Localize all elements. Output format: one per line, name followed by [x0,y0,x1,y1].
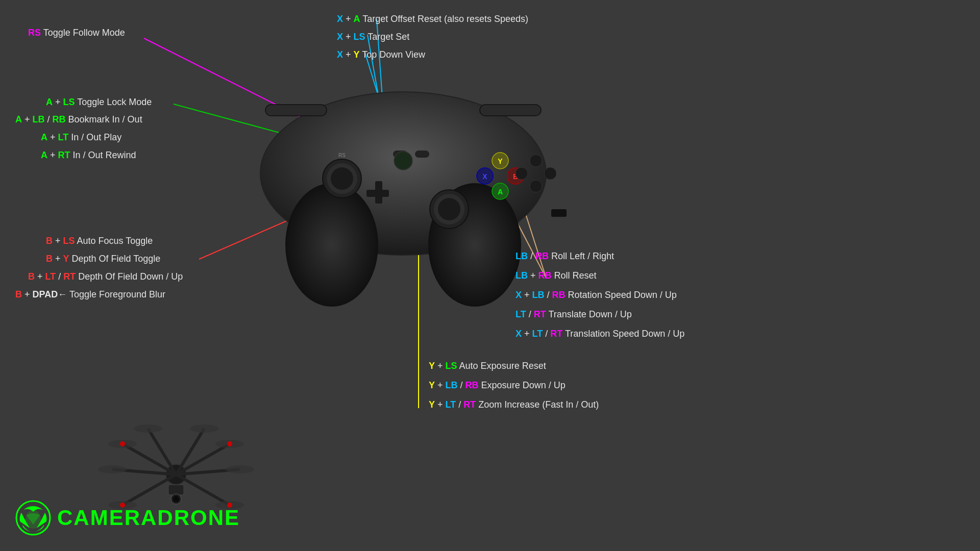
lt-play-text: In / Out Play [71,132,121,142]
x-key-5: X [516,329,522,339]
svg-text:Y: Y [498,157,503,165]
lt-key-2: LT [45,271,56,282]
svg-point-21 [438,198,460,220]
x-a-target-reset-label: X + A Target Offset Reset (also resets S… [337,13,528,26]
a-rt-rewind-label: A + RT In / Out Rewind [41,149,136,162]
lb-key-1: LB [33,114,45,124]
svg-point-54 [98,465,127,473]
x-key-2: X [337,32,343,42]
topdown-text: Top Down View [362,49,425,60]
x-ls-target-set-label: X + LS Target Set [337,31,409,43]
y-key-5: Y [429,399,435,410]
rt-key-4: RT [550,329,562,339]
zoom-text: Zoom Increase (Fast In / Out) [478,399,599,410]
ls-key-2: LS [63,236,75,246]
autofocus-text: Auto Focus Toggle [77,236,153,246]
lb-key-2: LB [516,251,528,261]
plus-1: + [55,97,63,107]
a-lb-rb-bookmark-label: A + LB / RB Bookmark In / Out [15,113,142,126]
ls-key-1: LS [63,97,75,107]
lt-rt-translate-label: LT / RT Translate Down / Up [516,308,632,321]
exposure-updown-text: Exposure Down / Up [481,380,566,390]
y-ls-exposure-label: Y + LS Auto Exposure Reset [429,360,546,372]
y-key-3: Y [429,361,435,371]
svg-point-58 [120,441,125,446]
a-key-2: A [15,114,22,124]
y-lb-rb-exposure-label: Y + LB / RB Exposure Down / Up [429,379,566,392]
y-key-1: Y [63,254,69,264]
lb-rb-roll-label: LB / RB Roll Left / Right [516,250,614,263]
svg-rect-33 [415,151,429,158]
svg-rect-23 [366,190,389,197]
svg-rect-38 [551,209,567,217]
lt-key-5: LT [446,399,456,410]
svg-text:A: A [498,188,503,196]
a-ls-lock-label: A + LS Toggle Lock Mode [46,96,152,109]
rs-key: RS [28,28,41,38]
svg-point-56 [134,424,162,433]
rt-key-2: RT [63,271,76,282]
x-key-4: X [516,290,522,300]
lt-key-3: LT [516,309,526,319]
logo-text: CAMERADRONE [57,506,240,530]
dpad-key: DPAD← [33,289,67,299]
rotation-speed-text: Rotation Speed Down / Up [568,290,677,300]
dof-text: Depth Of Field Toggle [72,254,161,264]
svg-point-59 [227,441,232,446]
svg-rect-62 [168,485,184,495]
rb-key-5: RB [465,380,479,390]
svg-text:RS: RS [338,153,346,158]
rb-key-3: RB [538,270,552,281]
y-lt-rt-zoom-label: Y + LT / RT Zoom Increase (Fast In / Out… [429,398,599,411]
logo-area: CAMERADRONE [15,500,240,536]
blur-text: Toggle Foreground Blur [69,289,165,299]
xbox-logo-icon [15,500,51,536]
translation-speed-text: Translation Speed Down / Up [565,329,684,339]
a-lt-play-label: A + LT In / Out Play [41,131,121,144]
b-y-dof-label: B + Y Depth Of Field Toggle [46,253,160,265]
lt-key-4: LT [532,329,543,339]
rb-key-4: RB [552,290,566,300]
target-reset-text: Target Offset Reset (also resets Speeds) [362,14,528,24]
svg-point-18 [331,167,353,190]
rb-key-1: RB [53,114,66,124]
y-key-4: Y [429,380,435,390]
a-key-1: A [46,97,53,107]
x-key-3: X [337,49,343,60]
a-key-3: A [41,132,47,142]
x-y-topdown-label: X + Y Top Down View [337,48,425,61]
roll-text: Roll Left / Right [551,251,614,261]
svg-point-36 [530,180,542,192]
bookmark-text: Bookmark In / Out [68,114,142,124]
rt-key-1: RT [58,150,70,160]
roll-reset-text: Roll Reset [554,270,597,281]
rs-follow-mode-label: RS Toggle Follow Mode [28,27,125,39]
a-key-4: A [41,150,47,160]
svg-point-12 [286,184,378,306]
y-key-2: Y [354,49,360,60]
b-ls-autofocus-label: B + LS Auto Focus Toggle [46,235,153,247]
x-lt-rt-speed-label: X + LT / RT Translation Speed Down / Up [516,328,684,340]
lt-key-1: LT [58,132,69,142]
dof-updown-text: Depth Of Field Down / Up [78,271,183,282]
rt-key-5: RT [463,399,476,410]
exposure-reset-text: Auto Exposure Reset [459,361,546,371]
b-key-2: B [46,254,53,264]
b-lt-rt-dof-label: B + LT / RT Depth Of Field Down / Up [28,270,183,283]
svg-point-39 [394,152,412,170]
lb-rb-reset-label: LB + RB Roll Reset [516,269,597,282]
ls-key-3: LS [354,32,365,42]
lb-key-5: LB [446,380,458,390]
ls-key-4: LS [446,361,457,371]
svg-point-57 [190,424,218,433]
lb-key-4: LB [532,290,545,300]
b-key-4: B [15,289,22,299]
rs-follow-text: Toggle Follow Mode [43,28,125,38]
rt-rewind-text: In / Out Rewind [73,150,136,160]
svg-text:X: X [482,172,487,181]
b-key-1: B [46,236,53,246]
svg-point-37 [516,167,528,180]
x-key-1: X [337,14,343,24]
b-key-3: B [28,271,35,282]
svg-point-34 [530,155,542,167]
